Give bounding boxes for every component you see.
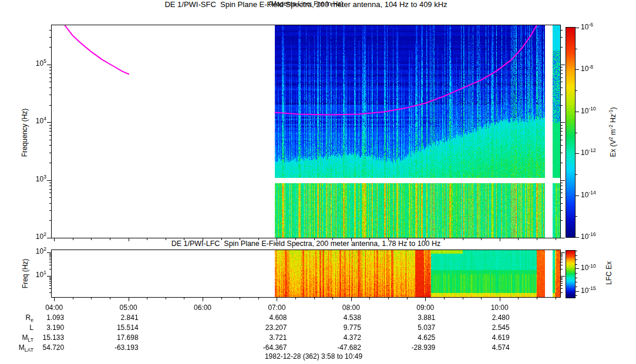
ephemeris-value: 4.538: [326, 314, 361, 322]
ephemeris-value: 15.133: [29, 333, 64, 342]
ephemeris-value: -28.939: [400, 343, 435, 352]
ephemeris-value: 54.720: [29, 343, 64, 352]
ephemeris-value: 4.619: [475, 333, 510, 342]
ephemeris-value: 2.841: [103, 314, 139, 322]
ephemeris-value: 4.574: [475, 343, 510, 352]
ephemeris-value: 9.775: [326, 323, 361, 332]
ephemeris-value: 4.608: [251, 314, 287, 322]
ephemeris-value: -47.682: [326, 343, 361, 352]
ephemeris-value: 23.207: [251, 323, 287, 332]
ephemeris-value: 5.037: [400, 323, 435, 332]
ephemeris-value: 3.881: [400, 314, 435, 322]
ephemeris-layer: Re1.0932.8414.6084.5383.8812.480L3.19015…: [0, 0, 636, 364]
ephemeris-value: -63.193: [103, 343, 139, 352]
ephemeris-value: 15.514: [103, 323, 139, 332]
ephemeris-value: -64.367: [251, 343, 287, 352]
ephemeris-value: 2.545: [475, 323, 510, 332]
ephemeris-value: 4.625: [400, 333, 435, 342]
date-range-label: 1982-12-28 (362) 3:58 to 10:49: [137, 352, 490, 360]
ephemeris-value: 17.698: [103, 333, 139, 342]
ephemeris-value: 3.190: [29, 323, 64, 332]
ephemeris-value: 3.721: [251, 333, 287, 342]
ephemeris-value: 1.093: [29, 314, 64, 322]
ephemeris-value: 4.372: [326, 333, 361, 342]
ephemeris-value: 2.480: [475, 314, 510, 322]
